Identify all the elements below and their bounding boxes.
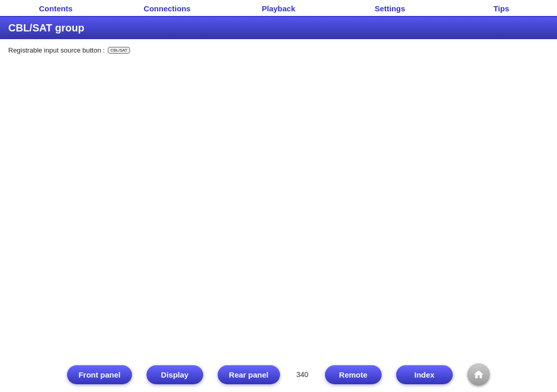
- display-button[interactable]: Display: [146, 365, 203, 384]
- home-button[interactable]: [467, 363, 490, 386]
- index-button[interactable]: Index: [396, 365, 453, 384]
- nav-contents[interactable]: Contents: [0, 4, 111, 13]
- rear-panel-button[interactable]: Rear panel: [218, 365, 280, 384]
- page-number: 340: [297, 370, 308, 379]
- registrable-label: Registrable input source button :: [8, 46, 105, 54]
- registrable-input-line: Registrable input source button : CBL/ S…: [8, 46, 549, 54]
- nav-playback[interactable]: Playback: [223, 4, 334, 13]
- top-navigation: Contents Connections Playback Settings T…: [0, 0, 557, 17]
- remote-button[interactable]: Remote: [325, 365, 382, 384]
- page-title: CBL/SAT group: [8, 22, 549, 34]
- nav-tips[interactable]: Tips: [446, 4, 557, 13]
- bottom-nav-inner: Front panel Display Rear panel 340 Remot…: [67, 363, 490, 386]
- cbl-sat-button[interactable]: CBL/ SAT: [108, 47, 130, 54]
- front-panel-button[interactable]: Front panel: [67, 365, 132, 384]
- bottom-navigation: Front panel Display Rear panel 340 Remot…: [0, 357, 557, 392]
- nav-settings[interactable]: Settings: [334, 4, 446, 13]
- page-title-bar: CBL/SAT group: [0, 17, 557, 39]
- home-icon: [473, 369, 484, 380]
- nav-connections[interactable]: Connections: [111, 4, 223, 13]
- content-area: Registrable input source button : CBL/ S…: [0, 39, 557, 357]
